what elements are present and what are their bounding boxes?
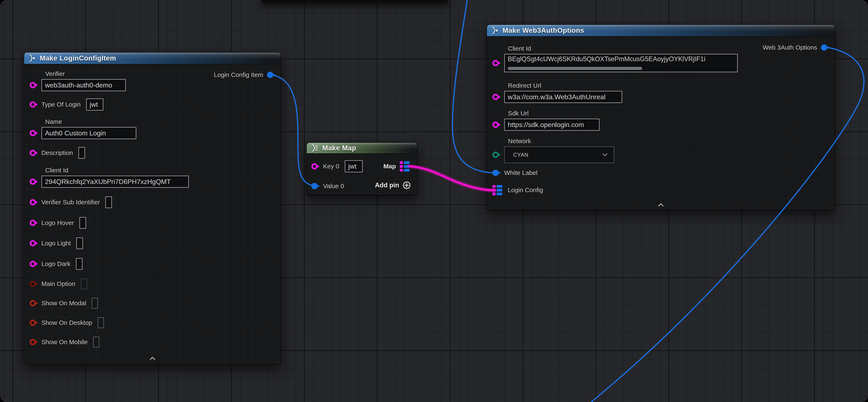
add-pin-label: Add pin (375, 181, 399, 189)
show-on-desktop-pin[interactable] (30, 320, 36, 326)
main-option-checkbox[interactable] (81, 278, 87, 289)
node-header-make-map[interactable]: Make Map (307, 143, 417, 154)
verifier-pin[interactable] (30, 82, 36, 88)
field-value-0: Value 0 (311, 180, 344, 192)
logo-dark-input[interactable] (76, 258, 83, 270)
sdk-url-input[interactable]: https://sdk.openlogin.com (504, 119, 599, 131)
network-pin[interactable] (492, 151, 499, 158)
logo-hover-input[interactable] (80, 217, 86, 229)
field-white-label: White Label (492, 167, 537, 179)
client-id-input[interactable]: BEglQSgt4cUWcj6SKRdu5QkOXTsePmMcusG5EAoy… (504, 54, 738, 72)
wire-map-to-login-config[interactable] (410, 166, 495, 191)
redirect-url-input[interactable]: w3a://com.w3a.Web3AuthUnreal (504, 91, 622, 103)
client-id-pin[interactable] (30, 178, 36, 185)
sdk-url-label: Sdk Url (508, 110, 599, 117)
verifier-sub-identifier-label: Verifier Sub Identifier (41, 199, 100, 206)
field-logo-hover: Logo Hover (30, 217, 86, 229)
output-row-map: Map (383, 161, 410, 172)
type-of-login-pin[interactable] (30, 101, 36, 108)
node-header-make-loginconfigitem[interactable]: Make LoginConfigItem (24, 53, 281, 64)
verifier-sub-identifier-input[interactable] (105, 196, 112, 208)
output-pin-label: Login Config Item (214, 71, 263, 79)
field-verifier: Verifier web3auth-auth0-demo (30, 70, 126, 91)
collapse-chevron-icon[interactable] (149, 356, 156, 361)
logo-dark-pin[interactable] (30, 261, 36, 267)
output-row-web3auth-options: Web 3Auth Options (763, 41, 827, 53)
node-make-web3authoptions[interactable]: Make Web3AuthOptions Web 3Auth Options C… (487, 24, 835, 211)
field-name: Name Auth0 Custom Login (30, 118, 136, 139)
white-label-label: White Label (504, 169, 537, 176)
name-pin[interactable] (30, 130, 36, 136)
main-option-label: Main Option (41, 280, 75, 287)
node-title: Make Web3AuthOptions (502, 27, 584, 34)
sdk-url-pin[interactable] (492, 121, 499, 128)
network-label: Network (508, 138, 614, 145)
key-0-input[interactable]: jwt (345, 160, 363, 172)
description-label: Description (41, 149, 73, 156)
show-on-desktop-checkbox[interactable] (98, 317, 104, 328)
type-of-login-label: Type Of Login (41, 101, 81, 108)
logo-light-input[interactable] (76, 237, 83, 249)
show-on-mobile-label: Show On Mobile (41, 339, 88, 346)
node-make-loginconfigitem[interactable]: Make LoginConfigItem Login Config Item V… (24, 52, 281, 365)
offscreen-node-bottom-shadow (261, 0, 448, 3)
field-type-of-login: Type Of Login jwt (30, 98, 103, 110)
verifier-input[interactable]: web3auth-auth0-demo (41, 79, 126, 91)
client-id-label: Client Id (45, 167, 189, 174)
field-network: Network CYAN (492, 138, 614, 163)
client-id-pin[interactable] (492, 60, 499, 66)
client-id-input[interactable]: 294QRkchfq2YaXUbPri7D6PH7xzHgQMT (41, 176, 189, 188)
node-title: Make Map (322, 144, 356, 152)
logo-dark-label: Logo Dark (41, 260, 70, 267)
field-show-on-mobile: Show On Mobile (30, 336, 99, 348)
client-id-label: Client Id (508, 45, 738, 52)
add-pin-button[interactable]: Add pin (375, 181, 411, 190)
login-config-pin[interactable] (492, 185, 502, 195)
show-on-mobile-pin[interactable] (30, 339, 36, 345)
verifier-sub-identifier-pin[interactable] (30, 199, 36, 205)
field-main-option: Main Option (30, 278, 87, 290)
client-id-scrollbar[interactable] (508, 67, 642, 70)
field-logo-dark: Logo Dark (30, 258, 83, 270)
key-0-pin[interactable] (311, 163, 318, 169)
type-of-login-input[interactable]: jwt (86, 98, 103, 111)
verifier-label: Verifier (45, 70, 126, 77)
white-label-pin[interactable] (492, 170, 499, 176)
redirect-url-pin[interactable] (492, 94, 499, 100)
logo-hover-label: Logo Hover (41, 219, 74, 226)
logo-light-pin[interactable] (30, 240, 36, 247)
logo-hover-pin[interactable] (30, 220, 36, 226)
description-input[interactable] (79, 147, 85, 159)
web3auth-options-output-label: Web 3Auth Options (763, 44, 817, 51)
output-row-login-config-item: Login Config Item (214, 69, 273, 81)
blueprint-graph-canvas[interactable]: Make LoginConfigItem Login Config Item V… (0, 0, 868, 402)
value-0-pin[interactable] (311, 183, 318, 189)
make-struct-icon (28, 54, 36, 62)
network-dropdown[interactable]: CYAN (504, 146, 614, 163)
main-option-pin[interactable] (30, 281, 36, 287)
field-logo-light: Logo Light (30, 237, 83, 249)
name-label: Name (45, 118, 136, 125)
map-output-pin[interactable] (400, 161, 410, 172)
field-redirect-url: Redirect Url w3a://com.w3a.Web3AuthUnrea… (492, 82, 622, 103)
collapse-chevron-icon[interactable] (657, 203, 664, 207)
network-selected-value: CYAN (513, 151, 528, 158)
show-on-modal-checkbox[interactable] (92, 298, 98, 309)
name-input[interactable]: Auth0 Custom Login (41, 127, 136, 139)
login-config-item-output-pin[interactable] (267, 72, 273, 78)
web3auth-options-output-pin[interactable] (821, 45, 827, 51)
node-header-make-web3authoptions[interactable]: Make Web3AuthOptions (487, 25, 835, 36)
description-pin[interactable] (30, 150, 36, 156)
field-key-0: Key 0 jwt (311, 161, 363, 172)
field-client-id: Client Id 294QRkchfq2YaXUbPri7D6PH7xzHgQ… (30, 167, 189, 188)
logo-light-label: Logo Light (41, 240, 71, 247)
show-on-modal-pin[interactable] (30, 300, 36, 306)
client-id-text: BEglQSgt4cUWcj6SKRdu5QkOXTsePmMcusG5EAoy… (508, 55, 734, 63)
value-0-label: Value 0 (323, 182, 344, 190)
node-make-map[interactable]: Make Map Key 0 jwt Map Value 0 Add pin (306, 142, 417, 195)
field-login-config: Login Config (492, 184, 543, 196)
show-on-mobile-checkbox[interactable] (93, 337, 99, 348)
make-struct-icon (491, 27, 499, 34)
field-verifier-sub-identifier: Verifier Sub Identifier (30, 196, 112, 208)
map-output-label: Map (383, 163, 396, 170)
